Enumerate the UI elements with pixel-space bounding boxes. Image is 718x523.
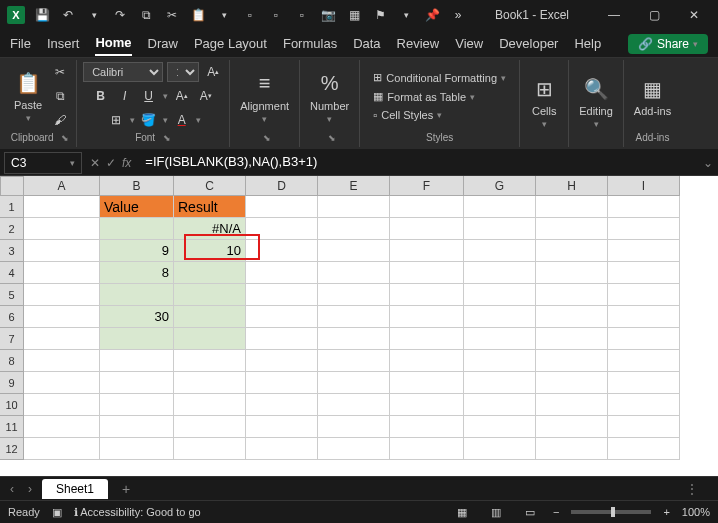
chevron-down-icon[interactable]: ▾ <box>163 91 168 101</box>
cell[interactable] <box>536 350 608 372</box>
cell[interactable] <box>318 328 390 350</box>
cell[interactable] <box>174 284 246 306</box>
normal-view-button[interactable]: ▦ <box>451 503 473 521</box>
pin-icon[interactable]: 📌 <box>420 3 444 27</box>
zoom-out-button[interactable]: − <box>553 506 559 518</box>
formula-expand[interactable]: ⌄ <box>698 156 718 170</box>
font-color-button[interactable]: A <box>172 110 192 130</box>
sheet-next[interactable]: › <box>24 482 36 496</box>
cell[interactable] <box>608 438 680 460</box>
cell[interactable] <box>390 372 464 394</box>
cell[interactable] <box>536 284 608 306</box>
zoom-in-button[interactable]: + <box>663 506 669 518</box>
fx-icon[interactable]: fx <box>122 156 131 170</box>
flag-dropdown[interactable]: ▾ <box>394 3 418 27</box>
camera-icon[interactable]: 📷 <box>316 3 340 27</box>
cut-button[interactable]: ✂ <box>50 62 70 82</box>
zoom-slider[interactable] <box>571 510 651 514</box>
cell[interactable] <box>100 218 174 240</box>
cancel-icon[interactable]: ✕ <box>90 156 100 170</box>
cell[interactable] <box>24 416 100 438</box>
cell[interactable] <box>246 262 318 284</box>
cell[interactable] <box>608 262 680 284</box>
col-header-I[interactable]: I <box>608 176 680 196</box>
cell[interactable] <box>24 372 100 394</box>
cell[interactable] <box>100 284 174 306</box>
cell[interactable] <box>246 284 318 306</box>
dialog-launcher-icon[interactable]: ⬊ <box>263 133 271 143</box>
cell[interactable] <box>536 438 608 460</box>
cell[interactable] <box>390 240 464 262</box>
cell[interactable] <box>536 306 608 328</box>
cell[interactable] <box>536 416 608 438</box>
cell[interactable] <box>464 350 536 372</box>
cell[interactable] <box>464 328 536 350</box>
addins-button[interactable]: ▦ Add-ins <box>630 71 675 121</box>
cell[interactable] <box>608 394 680 416</box>
grid-icon[interactable]: ▦ <box>342 3 366 27</box>
paste-dropdown[interactable]: ▾ <box>212 3 236 27</box>
cell[interactable] <box>318 218 390 240</box>
row-header[interactable]: 8 <box>0 350 24 372</box>
col-header-B[interactable]: B <box>100 176 174 196</box>
paste-button[interactable]: 📋 Paste ▾ <box>10 65 46 127</box>
cell[interactable] <box>174 438 246 460</box>
cell[interactable] <box>390 262 464 284</box>
cell[interactable]: 9 <box>100 240 174 262</box>
col-header-A[interactable]: A <box>24 176 100 196</box>
cell[interactable] <box>100 416 174 438</box>
cell[interactable] <box>24 196 100 218</box>
cell[interactable] <box>24 262 100 284</box>
dialog-launcher-icon[interactable]: ⬊ <box>328 133 336 143</box>
cell[interactable] <box>246 438 318 460</box>
cell[interactable] <box>536 328 608 350</box>
cell[interactable] <box>536 218 608 240</box>
paste-icon[interactable]: 📋 <box>186 3 210 27</box>
cell[interactable] <box>464 372 536 394</box>
chevron-down-icon[interactable]: ▾ <box>130 115 135 125</box>
new-icon[interactable]: ▫ <box>238 3 262 27</box>
cell[interactable] <box>24 394 100 416</box>
cell[interactable] <box>246 240 318 262</box>
increase-font-alt-button[interactable]: A▴ <box>172 86 192 106</box>
editing-button[interactable]: 🔍 Editing ▾ <box>575 71 617 133</box>
cell[interactable]: 30 <box>100 306 174 328</box>
row-header[interactable]: 12 <box>0 438 24 460</box>
decrease-font-button[interactable]: A▾ <box>196 86 216 106</box>
cell[interactable] <box>246 328 318 350</box>
row-header[interactable]: 1 <box>0 196 24 218</box>
cell[interactable] <box>464 284 536 306</box>
cell[interactable] <box>174 262 246 284</box>
tab-formulas[interactable]: Formulas <box>283 32 337 55</box>
sheet-prev[interactable]: ‹ <box>6 482 18 496</box>
cell[interactable] <box>246 394 318 416</box>
select-all-corner[interactable] <box>0 176 24 196</box>
cell[interactable] <box>608 350 680 372</box>
cell[interactable] <box>608 416 680 438</box>
cell[interactable] <box>24 240 100 262</box>
cell[interactable] <box>608 284 680 306</box>
row-header[interactable]: 3 <box>0 240 24 262</box>
zoom-level[interactable]: 100% <box>682 506 710 518</box>
number-button[interactable]: % Number ▾ <box>306 66 353 128</box>
cell[interactable] <box>390 328 464 350</box>
cell[interactable] <box>24 306 100 328</box>
cell[interactable] <box>246 372 318 394</box>
macro-record-icon[interactable]: ▣ <box>52 506 62 519</box>
cell[interactable] <box>174 328 246 350</box>
maximize-button[interactable]: ▢ <box>634 0 674 30</box>
col-header-C[interactable]: C <box>174 176 246 196</box>
cell[interactable] <box>24 350 100 372</box>
bold-button[interactable]: B <box>91 86 111 106</box>
cell[interactable] <box>318 394 390 416</box>
page-layout-view-button[interactable]: ▥ <box>485 503 507 521</box>
row-header[interactable]: 5 <box>0 284 24 306</box>
cell[interactable] <box>100 438 174 460</box>
cells-button[interactable]: ⊞ Cells ▾ <box>526 71 562 133</box>
col-header-D[interactable]: D <box>246 176 318 196</box>
cell[interactable]: Value <box>100 196 174 218</box>
cell[interactable] <box>464 262 536 284</box>
cell[interactable]: Result <box>174 196 246 218</box>
fill-color-button[interactable]: 🪣 <box>139 110 159 130</box>
dialog-launcher-icon[interactable]: ⬊ <box>61 133 69 143</box>
